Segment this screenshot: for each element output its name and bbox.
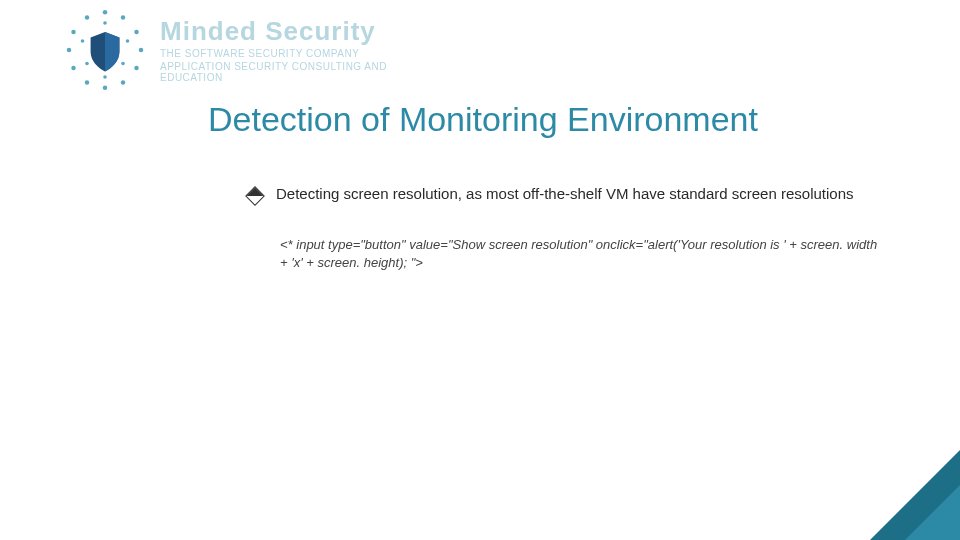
svg-point-17	[81, 39, 85, 43]
svg-point-3	[139, 48, 144, 53]
svg-point-12	[103, 21, 107, 25]
svg-point-6	[103, 86, 108, 91]
corner-accent	[870, 450, 960, 540]
svg-point-1	[121, 15, 126, 20]
svg-point-15	[103, 75, 107, 79]
svg-point-8	[71, 66, 76, 71]
svg-point-13	[126, 39, 130, 43]
brand-tagline-2: APPLICATION SECURITY CONSULTING AND EDUC…	[160, 61, 400, 83]
svg-point-11	[85, 15, 90, 20]
slide-title: Detection of Monitoring Environment	[208, 100, 758, 139]
svg-point-14	[121, 62, 125, 66]
brand-tagline-1: THE SOFTWARE SECURITY COMPANY	[160, 48, 400, 59]
logo-text: Minded Security THE SOFTWARE SECURITY CO…	[160, 17, 400, 83]
logo-block: Minded Security THE SOFTWARE SECURITY CO…	[60, 0, 400, 100]
svg-point-9	[67, 48, 72, 53]
bullet-text: Detecting screen resolution, as most off…	[276, 185, 854, 202]
svg-point-2	[134, 30, 139, 35]
svg-point-4	[134, 66, 139, 71]
svg-point-10	[71, 30, 76, 35]
svg-point-5	[121, 80, 126, 85]
diamond-bullet-icon	[245, 186, 265, 206]
shield-icon	[60, 5, 150, 95]
svg-point-16	[85, 62, 89, 66]
svg-point-0	[103, 10, 108, 15]
bullet-row: Detecting screen resolution, as most off…	[248, 185, 930, 203]
code-snippet: <* input type="button" value="Show scree…	[280, 236, 880, 271]
svg-point-7	[85, 80, 90, 85]
brand-name: Minded Security	[160, 17, 400, 46]
